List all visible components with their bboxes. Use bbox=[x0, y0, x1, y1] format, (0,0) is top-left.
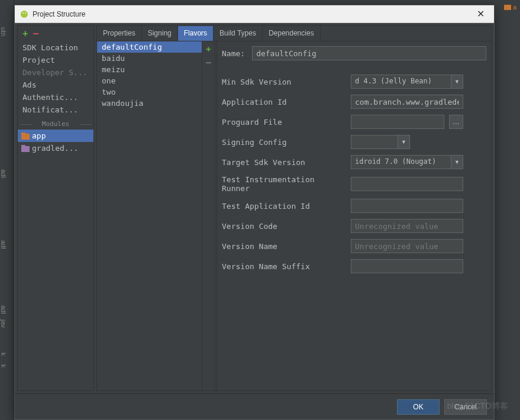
testrunner-input[interactable] bbox=[351, 177, 463, 191]
flavor-list: defaultConfig baidu meizu one two wandou… bbox=[97, 41, 202, 390]
flavor-default[interactable]: defaultConfig bbox=[97, 41, 202, 53]
appid-input[interactable] bbox=[351, 95, 463, 109]
versioncode-input[interactable] bbox=[351, 219, 463, 233]
sidebar-item-notif[interactable]: Notificat... bbox=[18, 104, 93, 116]
tabs: Properties Signing Flavors Build Types D… bbox=[97, 26, 491, 41]
sidebar-item-auth[interactable]: Authentic... bbox=[18, 91, 93, 104]
signing-combo[interactable]: ▼ bbox=[351, 135, 410, 149]
minsdk-label: Min Sdk Version bbox=[222, 77, 346, 86]
appid-label: Application Id bbox=[222, 98, 346, 106]
svg-rect-5 bbox=[21, 133, 25, 135]
svg-rect-0 bbox=[504, 5, 511, 10]
tab-flavors[interactable]: Flavors bbox=[178, 26, 214, 41]
title-bar[interactable]: Project Structure ✕ bbox=[15, 5, 494, 23]
versionname-label: Version Name bbox=[222, 242, 346, 251]
close-icon[interactable]: ✕ bbox=[471, 5, 489, 23]
targetsdk-label: Target Sdk Version bbox=[222, 158, 346, 167]
ide-gutter: ub\ adl adl adl jav k k bbox=[0, 0, 14, 420]
proguard-input[interactable] bbox=[351, 115, 444, 129]
flavor-wandoujia[interactable]: wandoujia bbox=[97, 98, 202, 109]
sidebar-item-project[interactable]: Project bbox=[18, 54, 93, 66]
tab-dependencies[interactable]: Dependencies bbox=[263, 26, 321, 41]
background-tab: a bbox=[503, 4, 516, 11]
versionsuffix-input[interactable] bbox=[351, 259, 463, 273]
module-app[interactable]: app bbox=[18, 130, 93, 142]
name-input[interactable] bbox=[252, 46, 486, 60]
proguard-label: Proguard File bbox=[222, 118, 346, 127]
sidebar-item-developer[interactable]: Developer S... bbox=[18, 66, 93, 79]
versionname-input[interactable] bbox=[351, 239, 463, 253]
svg-point-2 bbox=[22, 12, 24, 14]
detail-pane: Name: Min Sdk Version d 4.3 (Jelly Bean)… bbox=[217, 41, 491, 390]
add-flavor-icon[interactable]: + bbox=[206, 44, 211, 54]
module-gradle[interactable]: gradled... bbox=[18, 142, 93, 154]
testrunner-label: Test Instrumentation Runner bbox=[222, 175, 346, 193]
svg-point-3 bbox=[25, 12, 26, 14]
flavor-list-pane: defaultConfig baidu meizu one two wandou… bbox=[97, 41, 215, 390]
remove-flavor-icon[interactable]: − bbox=[206, 57, 212, 69]
window-title: Project Structure bbox=[33, 10, 471, 18]
sidebar: + − SDK Location Project Developer S... … bbox=[17, 25, 94, 391]
flavor-one[interactable]: one bbox=[97, 75, 202, 86]
ok-button[interactable]: OK bbox=[397, 399, 440, 415]
flavor-baidu[interactable]: baidu bbox=[97, 53, 202, 64]
chevron-down-icon[interactable]: ▼ bbox=[451, 75, 463, 89]
name-label: Name: bbox=[222, 49, 245, 58]
module-icon bbox=[21, 145, 30, 152]
add-module-icon[interactable]: + bbox=[22, 28, 28, 39]
module-icon bbox=[21, 133, 30, 140]
browse-icon[interactable]: … bbox=[449, 115, 463, 129]
tab-buildtypes[interactable]: Build Types bbox=[214, 26, 263, 41]
svg-rect-7 bbox=[21, 145, 25, 147]
android-icon bbox=[20, 9, 29, 19]
cancel-button[interactable]: Cancel bbox=[444, 399, 487, 415]
flavor-meizu[interactable]: meizu bbox=[97, 64, 202, 75]
signing-label: Signing Config bbox=[222, 138, 346, 147]
chevron-down-icon[interactable]: ▼ bbox=[398, 135, 410, 149]
remove-module-icon[interactable]: − bbox=[33, 28, 39, 40]
versioncode-label: Version Code bbox=[222, 222, 346, 231]
modules-header: Modules bbox=[18, 118, 93, 130]
minsdk-combo[interactable]: d 4.3 (Jelly Bean) ▼ bbox=[351, 75, 463, 89]
testappid-label: Test Application Id bbox=[222, 202, 346, 211]
button-bar: OK Cancel bbox=[15, 393, 494, 419]
project-structure-dialog: Project Structure ✕ + − SDK Location Pro… bbox=[14, 5, 495, 420]
sidebar-item-sdk[interactable]: SDK Location bbox=[18, 41, 93, 54]
right-pane: Properties Signing Flavors Build Types D… bbox=[96, 25, 492, 391]
chevron-down-icon[interactable]: ▼ bbox=[451, 155, 463, 169]
svg-point-1 bbox=[21, 11, 28, 18]
targetsdk-combo[interactable]: idroid 7.0 (Nougat) ▼ bbox=[351, 155, 463, 169]
tab-signing[interactable]: Signing bbox=[142, 26, 178, 41]
testappid-input[interactable] bbox=[351, 199, 463, 213]
versionsuffix-label: Version Name Suffix bbox=[222, 262, 346, 271]
tab-properties[interactable]: Properties bbox=[97, 26, 142, 41]
sidebar-item-ads[interactable]: Ads bbox=[18, 79, 93, 91]
flavor-two[interactable]: two bbox=[97, 86, 202, 98]
